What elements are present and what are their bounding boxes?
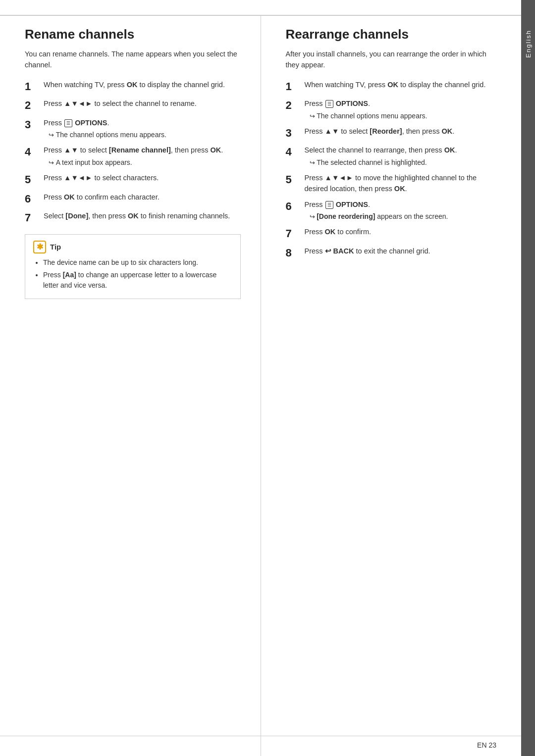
step-item: 6 Press ☰ OPTIONS. [Done reordering] app…	[286, 200, 502, 222]
step-content: Press ☰ OPTIONS. The channel options men…	[44, 118, 241, 141]
step-arrow: The channel options menu appears.	[44, 130, 241, 140]
language-sidebar: English	[521, 0, 535, 756]
bottom-bar: EN 23	[0, 736, 521, 756]
tip-list: The device name can be up to six charact…	[33, 257, 232, 291]
step-content: Select the channel to rearrange, then pr…	[305, 145, 502, 168]
tip-box: ✱ Tip The device name can be up to six c…	[25, 234, 241, 299]
step-content: Press OK to confirm.	[305, 227, 502, 238]
left-section-title: Rename channels	[25, 27, 241, 42]
step-item: 1 When watching TV, press OK to display …	[286, 80, 502, 94]
step-number: 3	[25, 118, 41, 132]
step-item: 5 Press ▲▼◄► to select characters.	[25, 173, 241, 187]
right-steps-list: 1 When watching TV, press OK to display …	[286, 80, 502, 260]
left-steps-list: 1 When watching TV, press OK to display …	[25, 80, 241, 225]
step-item: 1 When watching TV, press OK to display …	[25, 80, 241, 94]
step-arrow: [Done reordering] appears on the screen.	[305, 211, 502, 222]
step-content: Press OK to confirm each character.	[44, 192, 241, 203]
step-number: 2	[286, 99, 302, 113]
step-item: 7 Select [Done], then press OK to finish…	[25, 211, 241, 225]
step-number: 7	[286, 227, 302, 241]
step-arrow: The channel options menu appears.	[305, 111, 502, 121]
step-number: 6	[25, 192, 41, 206]
step-number: 3	[286, 126, 302, 141]
main-content: Rename channels You can rename channels.…	[0, 0, 521, 756]
tip-header: ✱ Tip	[33, 241, 232, 253]
page-container: Rename channels You can rename channels.…	[0, 0, 535, 756]
right-section-title: Rearrange channels	[286, 27, 502, 42]
step-content: When watching TV, press OK to display th…	[44, 80, 241, 91]
step-content: Press ↩ BACK to exit the channel grid.	[305, 246, 502, 257]
tip-item: The device name can be up to six charact…	[43, 257, 232, 268]
page-number: EN 23	[477, 741, 496, 749]
step-number: 1	[25, 80, 41, 94]
options-icon: ☰	[64, 119, 72, 127]
right-intro-text: After you install channels, you can rear…	[286, 49, 502, 71]
left-column: Rename channels You can rename channels.…	[0, 16, 261, 756]
tip-label: Tip	[50, 243, 61, 251]
step-number: 5	[286, 173, 302, 187]
step-content: Select [Done], then press OK to finish r…	[44, 211, 241, 222]
tip-item: Press [Aa] to change an uppercase letter…	[43, 270, 232, 291]
step-number: 6	[286, 200, 302, 214]
options-icon: ☰	[325, 100, 333, 108]
step-item: 5 Press ▲▼◄► to move the highlighted cha…	[286, 173, 502, 195]
step-content: Press ▲▼◄► to select the channel to rena…	[44, 99, 241, 109]
step-number: 4	[25, 145, 41, 159]
language-label: English	[525, 30, 532, 58]
step-content: Press ▲▼ to select [Rename channel], the…	[44, 145, 241, 168]
columns: Rename channels You can rename channels.…	[0, 16, 521, 756]
step-content: Press ☰ OPTIONS. [Done reordering] appea…	[305, 200, 502, 222]
step-content: Press ▲▼◄► to select characters.	[44, 173, 241, 184]
step-content: Press ▲▼◄► to move the highlighted chann…	[305, 173, 502, 195]
step-content: Press ▲▼ to select [Reorder], then press…	[305, 126, 502, 137]
step-number: 8	[286, 246, 302, 260]
step-item: 6 Press OK to confirm each character.	[25, 192, 241, 206]
step-item: 3 Press ☰ OPTIONS. The channel options m…	[25, 118, 241, 141]
step-number: 7	[25, 211, 41, 225]
step-number: 4	[286, 145, 302, 159]
left-intro-text: You can rename channels. The name appear…	[25, 49, 241, 71]
step-arrow: The selected channel is highlighted.	[305, 157, 502, 168]
step-item: 7 Press OK to confirm.	[286, 227, 502, 241]
step-item: 2 Press ☰ OPTIONS. The channel options m…	[286, 99, 502, 121]
step-content: Press ☰ OPTIONS. The channel options men…	[305, 99, 502, 121]
step-item: 4 Press ▲▼ to select [Rename channel], t…	[25, 145, 241, 168]
step-number: 5	[25, 173, 41, 187]
step-item: 8 Press ↩ BACK to exit the channel grid.	[286, 246, 502, 260]
options-icon: ☰	[325, 201, 333, 209]
step-item: 3 Press ▲▼ to select [Reorder], then pre…	[286, 126, 502, 141]
right-column: Rearrange channels After you install cha…	[261, 16, 522, 756]
step-number: 1	[286, 80, 302, 94]
step-item: 4 Select the channel to rearrange, then …	[286, 145, 502, 168]
tip-icon: ✱	[33, 241, 46, 253]
step-item: 2 Press ▲▼◄► to select the channel to re…	[25, 99, 241, 113]
step-number: 2	[25, 99, 41, 113]
step-content: When watching TV, press OK to display th…	[305, 80, 502, 91]
step-arrow: A text input box appears.	[44, 157, 241, 168]
